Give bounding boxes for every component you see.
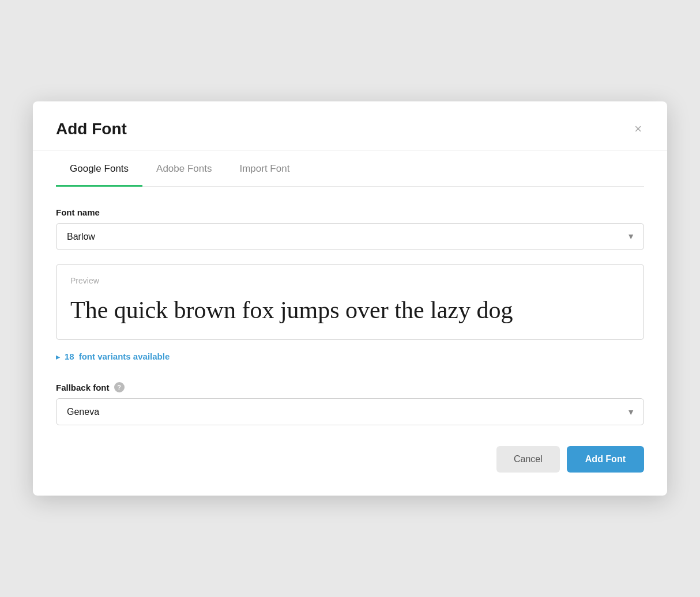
font-name-select[interactable]: Barlow Roboto Open Sans Lato Montserrat …	[56, 223, 644, 250]
cancel-button[interactable]: Cancel	[496, 446, 560, 473]
tab-google-fonts[interactable]: Google Fonts	[56, 150, 142, 187]
tab-adobe-fonts[interactable]: Adobe Fonts	[142, 150, 225, 187]
close-button[interactable]: ×	[632, 120, 644, 138]
dialog-overlay: Add Font × Google Fonts Adobe Fonts Impo…	[0, 0, 700, 597]
tab-import-font[interactable]: Import Font	[225, 150, 303, 187]
variants-chevron-icon: ▸	[56, 353, 60, 361]
font-name-select-wrapper: Barlow Roboto Open Sans Lato Montserrat …	[56, 223, 644, 250]
close-icon: ×	[634, 123, 642, 135]
dialog-footer: Cancel Add Font	[56, 446, 644, 473]
font-name-label: Font name	[56, 207, 644, 217]
preview-box: Preview The quick brown fox jumps over t…	[56, 264, 644, 341]
tabs-container: Google Fonts Adobe Fonts Import Font	[56, 150, 644, 187]
fallback-font-help-icon[interactable]: ?	[114, 382, 125, 392]
add-font-dialog: Add Font × Google Fonts Adobe Fonts Impo…	[33, 101, 667, 496]
variants-label: font variants available	[79, 352, 170, 361]
variants-count: 18	[65, 352, 74, 361]
fallback-font-field-group: Fallback font ? Geneva Arial Helvetica T…	[56, 382, 644, 425]
dialog-body: Google Fonts Adobe Fonts Import Font Fon…	[33, 150, 667, 496]
dialog-header: Add Font ×	[33, 101, 667, 150]
fallback-font-select-wrapper: Geneva Arial Helvetica Times New Roman G…	[56, 398, 644, 425]
preview-label: Preview	[70, 276, 630, 285]
fallback-font-label: Fallback font ?	[56, 382, 644, 392]
font-name-field-group: Font name Barlow Roboto Open Sans Lato M…	[56, 207, 644, 250]
fallback-font-label-text: Fallback font	[56, 383, 110, 392]
preview-text: The quick brown fox jumps over the lazy …	[70, 294, 630, 326]
add-font-button[interactable]: Add Font	[567, 446, 644, 473]
fallback-font-select[interactable]: Geneva Arial Helvetica Times New Roman G…	[56, 398, 644, 425]
variants-row[interactable]: ▸ 18 font variants available	[56, 352, 644, 361]
dialog-title: Add Font	[56, 120, 127, 138]
